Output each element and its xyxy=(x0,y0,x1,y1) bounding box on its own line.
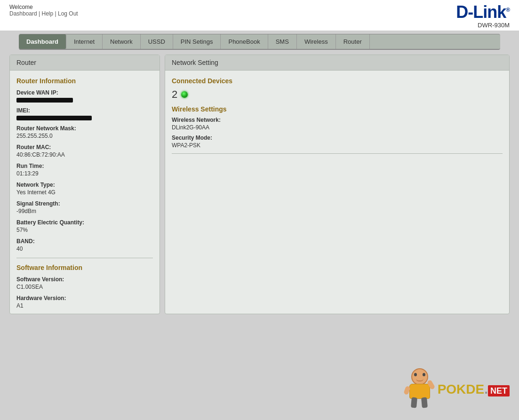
mascot-leg-left xyxy=(411,397,417,408)
mascot-head xyxy=(411,368,428,385)
mascot-eye-left xyxy=(414,373,417,376)
brand-name: D-Link® xyxy=(456,4,510,21)
help-link[interactable]: Help xyxy=(42,10,54,17)
nav-network[interactable]: Network xyxy=(103,34,141,49)
nav-internet[interactable]: Internet xyxy=(66,34,103,49)
band-label: BAND: xyxy=(16,238,153,245)
connected-count-value: 2 xyxy=(172,88,177,101)
wan-ip-label: Device WAN IP: xyxy=(16,89,153,96)
right-panel-body: Connected Devices 2 Wireless Settings Wi… xyxy=(165,71,509,163)
wireless-settings-title: Wireless Settings xyxy=(172,105,503,113)
left-panel-header: Router xyxy=(10,55,160,71)
quick-setup-link[interactable]: Dashboard xyxy=(9,10,37,17)
pokde-watermark: POKDE.NET xyxy=(403,368,510,411)
signal-strength-label: Signal Strength: xyxy=(16,200,153,207)
nav-wireless[interactable]: Wireless xyxy=(297,34,336,49)
dlink-logo: D-Link® DWR-930M xyxy=(456,4,510,29)
battery-label: Battery Electric Quantity: xyxy=(16,219,153,226)
hardware-version-label: Hardware Version: xyxy=(16,295,153,301)
network-type-value: Yes Internet 4G xyxy=(16,189,153,196)
right-panel-header: Network Setting xyxy=(165,55,509,71)
header: Welcome Dashboard | Help | Log Out D-Lin… xyxy=(0,0,519,31)
wireless-network-label: Wireless Network: xyxy=(172,117,503,123)
pokde-word: POKDE xyxy=(438,382,485,396)
wireless-network-value: DLink2G-90AA xyxy=(172,124,503,131)
run-time-label: Run Time: xyxy=(16,163,153,169)
mascot-body xyxy=(409,384,430,399)
network-mask-value: 255.255.255.0 xyxy=(16,133,153,139)
nav-bar: Dashboard Internet Network USSD PIN Seti… xyxy=(9,34,510,50)
router-mac-value: 40:86:CB:72:90:AA xyxy=(16,151,153,158)
mascot-leg-right xyxy=(421,397,428,408)
imei-value-redacted xyxy=(16,116,92,120)
pokde-net: NET xyxy=(488,385,510,396)
wan-ip-value-redacted xyxy=(16,98,73,103)
connection-status-dot xyxy=(181,91,188,98)
header-left: Welcome Dashboard | Help | Log Out xyxy=(9,4,78,17)
software-version-value: C1.00SEA xyxy=(16,284,153,290)
mascot-figure xyxy=(403,368,436,411)
right-panel-divider xyxy=(172,153,503,154)
panel-divider xyxy=(16,258,153,258)
pokde-dot: . xyxy=(484,382,488,396)
navigation: Dashboard Internet Network USSD PIN Seti… xyxy=(19,34,500,50)
left-panel-body: Router Information Device WAN IP: IMEI: … xyxy=(10,71,160,314)
logout-link[interactable]: Log Out xyxy=(58,10,78,17)
signal-strength-value: -99dBm xyxy=(16,208,153,214)
router-info-title: Router Information xyxy=(16,77,153,85)
security-mode-value: WPA2-PSK xyxy=(172,142,503,149)
battery-value: 57% xyxy=(16,227,153,233)
nav-ussd[interactable]: USSD xyxy=(141,34,173,49)
run-time-value: 01:13:29 xyxy=(16,170,153,177)
imei-label: IMEI: xyxy=(16,107,153,114)
connected-count-row: 2 xyxy=(172,88,503,101)
nav-phonebook[interactable]: PhoneBook xyxy=(221,34,268,49)
hardware-version-value: A1 xyxy=(16,302,153,309)
connected-devices-title: Connected Devices xyxy=(172,77,503,85)
nav-dashboard[interactable]: Dashboard xyxy=(19,34,66,49)
mascot-eye-right xyxy=(423,373,425,376)
software-version-label: Software Version: xyxy=(16,276,153,283)
right-panel: Network Setting Connected Devices 2 Wire… xyxy=(165,55,510,314)
security-mode-label: Security Mode: xyxy=(172,135,503,141)
left-panel: Router Router Information Device WAN IP:… xyxy=(9,55,160,314)
software-info-title: Software Information xyxy=(16,264,153,271)
band-value: 40 xyxy=(16,246,153,252)
main-content: Router Router Information Device WAN IP:… xyxy=(9,55,510,314)
welcome-text: Welcome xyxy=(9,4,78,10)
router-mac-label: Router MAC: xyxy=(16,144,153,151)
network-mask-label: Router Network Mask: xyxy=(16,125,153,132)
header-links: Dashboard | Help | Log Out xyxy=(9,10,78,17)
network-type-label: Network Type: xyxy=(16,182,153,188)
model-name: DWR-930M xyxy=(478,22,510,29)
nav-router[interactable]: Router xyxy=(336,34,370,49)
nav-pin-setings[interactable]: PIN Setings xyxy=(173,34,221,49)
pokde-logo-text: POKDE.NET xyxy=(438,382,510,397)
nav-sms[interactable]: SMS xyxy=(268,34,297,49)
